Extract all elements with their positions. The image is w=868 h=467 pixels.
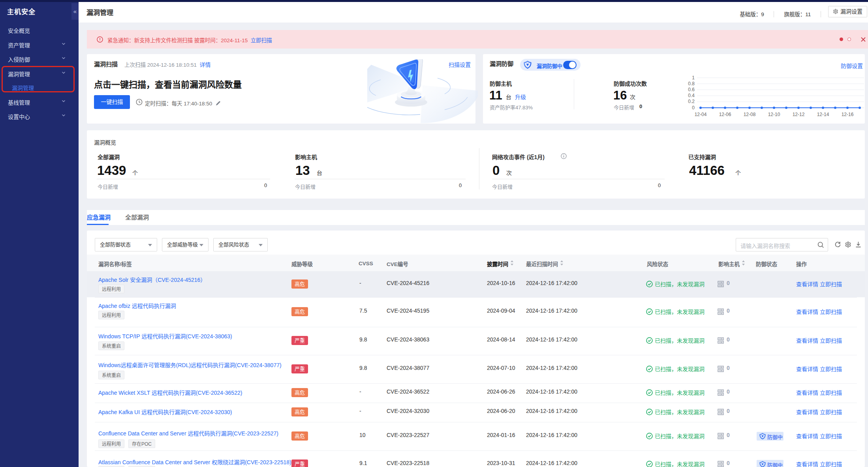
svg-text:0.4: 0.4: [688, 93, 695, 98]
svg-text:12-14: 12-14: [817, 112, 829, 117]
svg-text:12-08: 12-08: [744, 112, 756, 117]
svg-text:0.8: 0.8: [688, 81, 695, 86]
svg-text:12-06: 12-06: [719, 112, 731, 117]
svg-text:12-12: 12-12: [793, 112, 805, 117]
svg-text:1: 1: [692, 75, 695, 81]
svg-text:12-10: 12-10: [768, 112, 780, 117]
svg-text:0.6: 0.6: [688, 87, 695, 92]
svg-text:12-04: 12-04: [695, 112, 707, 117]
svg-text:0: 0: [692, 105, 695, 111]
svg-text:12-16: 12-16: [842, 112, 854, 117]
svg-text:0.2: 0.2: [688, 99, 695, 104]
